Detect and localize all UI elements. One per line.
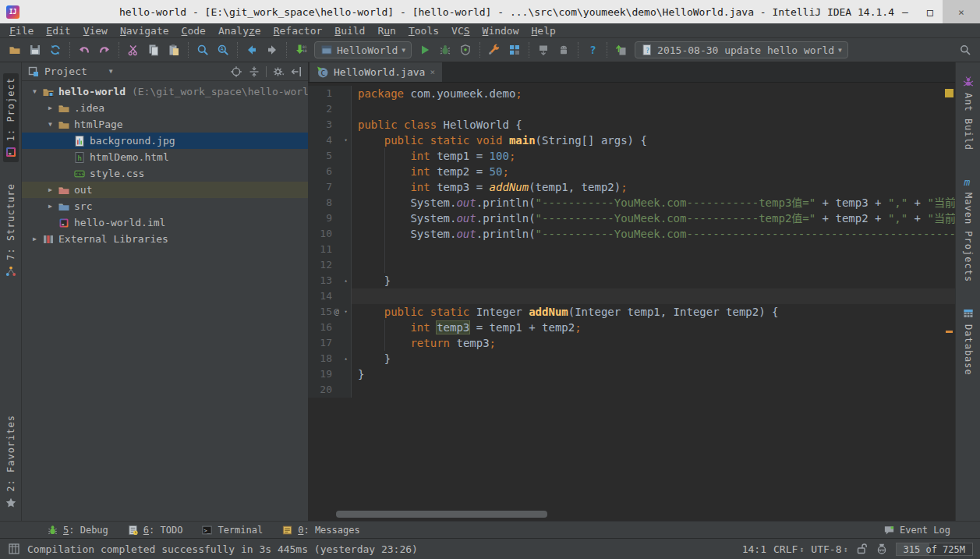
- tree-item-external-libraries[interactable]: ▶External Libraries: [22, 231, 308, 247]
- gutter[interactable]: 14: [308, 288, 352, 304]
- coverage-icon[interactable]: [455, 41, 476, 59]
- gutter[interactable]: 13▴: [308, 273, 352, 288]
- code-text[interactable]: public static Integer addNum(Integer tem…: [352, 304, 955, 320]
- menu-tools[interactable]: Tools: [402, 25, 445, 37]
- code-line-15[interactable]: 15@▾ public static Integer addNum(Intege…: [308, 304, 955, 320]
- menu-file[interactable]: File: [3, 25, 40, 37]
- code-line-17[interactable]: 17 return temp3;: [308, 335, 955, 351]
- menu-run[interactable]: Run: [371, 25, 402, 37]
- code-text[interactable]: [352, 101, 955, 117]
- line-number[interactable]: 6: [308, 164, 332, 179]
- settings-icon[interactable]: [484, 41, 504, 59]
- line-number[interactable]: 7: [308, 179, 332, 195]
- fold-collapsed-icon[interactable]: ▴: [341, 273, 351, 288]
- code-text[interactable]: [352, 382, 955, 398]
- help-icon[interactable]: ?: [582, 41, 603, 59]
- code-line-18[interactable]: 18▴ }: [308, 351, 955, 366]
- code-line-11[interactable]: 11: [308, 242, 955, 257]
- code-text[interactable]: [352, 242, 955, 257]
- scroll-to-source-icon[interactable]: [230, 65, 242, 78]
- gutter[interactable]: 10: [308, 226, 352, 242]
- code-text[interactable]: [352, 257, 955, 273]
- update-project-icon[interactable]: 0110: [291, 41, 311, 59]
- ant-build-generate-icon[interactable]: [533, 41, 554, 59]
- menu-code[interactable]: Code: [175, 25, 212, 37]
- line-number[interactable]: 16: [308, 320, 332, 335]
- tool-window-button-ant-build[interactable]: Ant Build: [961, 72, 976, 154]
- code-text[interactable]: package com.youmeek.demo;: [352, 86, 955, 101]
- fold-expanded-icon[interactable]: ▾: [341, 133, 351, 148]
- code-text[interactable]: public static void main(String[] args) {: [352, 133, 955, 148]
- gutter[interactable]: 9: [308, 211, 352, 226]
- synchronize-icon[interactable]: [45, 41, 65, 59]
- debug-icon[interactable]: [435, 41, 455, 59]
- gutter[interactable]: 2: [308, 101, 352, 117]
- undo-icon[interactable]: [74, 41, 94, 59]
- gutter[interactable]: 20: [308, 382, 352, 398]
- code-text[interactable]: int temp3 = addNum(temp1, temp2);: [352, 179, 955, 195]
- caret-position[interactable]: 14:1: [742, 543, 766, 555]
- cut-icon[interactable]: [123, 41, 143, 59]
- encoding-selector[interactable]: UTF-8↕: [811, 543, 847, 555]
- gutter[interactable]: 6: [308, 164, 352, 179]
- tool-window-button-database[interactable]: Database: [961, 303, 976, 380]
- gutter[interactable]: 7: [308, 179, 352, 195]
- line-number[interactable]: 1: [308, 86, 332, 101]
- tree-item-background-jpg[interactable]: background.jpg: [22, 133, 308, 149]
- tool-window-button-1-project[interactable]: 1: Project: [3, 73, 19, 162]
- chevron-expanded-icon[interactable]: ▼: [28, 88, 41, 95]
- code-line-2[interactable]: 2: [308, 101, 955, 117]
- code-line-10[interactable]: 10 System.out.println("-----------YouMee…: [308, 226, 955, 242]
- line-number[interactable]: 13: [308, 273, 332, 288]
- line-number[interactable]: 5: [308, 148, 332, 164]
- line-ending-selector[interactable]: CRLF↕: [773, 543, 804, 555]
- menu-navigate[interactable]: Navigate: [114, 25, 175, 37]
- forward-icon[interactable]: [262, 41, 282, 59]
- code-line-9[interactable]: 9 System.out.println("-----------YouMeek…: [308, 211, 955, 226]
- menu-analyze[interactable]: Analyze: [212, 25, 267, 37]
- redo-icon[interactable]: [94, 41, 115, 59]
- error-stripe-warning-mark[interactable]: [945, 89, 953, 97]
- tree-item-htmldemo-html[interactable]: hhtmlDemo.html: [22, 149, 308, 165]
- code-text[interactable]: int temp2 = 50;: [352, 164, 955, 179]
- gutter[interactable]: 17: [308, 335, 352, 351]
- line-number[interactable]: 17: [308, 335, 332, 351]
- bottom-button-5-debug[interactable]: 5: Debug: [47, 524, 108, 536]
- close-button[interactable]: ×: [943, 0, 980, 23]
- chevron-down-icon[interactable]: ▼: [109, 68, 113, 75]
- project-structure-icon[interactable]: [504, 41, 525, 59]
- code-line-19[interactable]: 19}: [308, 366, 955, 382]
- gutter[interactable]: 4▾: [308, 133, 352, 148]
- tool-window-button-maven-projects[interactable]: mMaven Projects: [961, 172, 976, 286]
- line-number[interactable]: 20: [308, 382, 332, 398]
- bottom-button-terminal[interactable]: >_Terminal: [201, 524, 263, 536]
- gutter[interactable]: 16: [308, 320, 352, 335]
- gutter[interactable]: 15@▾: [308, 304, 352, 320]
- copy-icon[interactable]: [143, 41, 164, 59]
- code-editor[interactable]: 1package com.youmeek.demo;23public class…: [308, 83, 955, 521]
- line-number[interactable]: 2: [308, 101, 332, 117]
- back-icon[interactable]: [242, 41, 262, 59]
- find-icon[interactable]: [193, 41, 213, 59]
- horizontal-scrollbar[interactable]: [336, 511, 547, 518]
- tree-item-style-css[interactable]: cssstyle.css: [22, 165, 308, 182]
- code-line-5[interactable]: 5 int temp1 = 100;: [308, 148, 955, 164]
- code-line-8[interactable]: 8 System.out.println("-----------YouMeek…: [308, 195, 955, 211]
- line-number[interactable]: 15: [308, 304, 332, 320]
- code-line-16[interactable]: 16 int temp3 = temp1 + temp2;: [308, 320, 955, 335]
- code-text[interactable]: }: [352, 273, 955, 288]
- bottom-button-6-todo[interactable]: 6: TODO: [127, 524, 183, 536]
- code-line-13[interactable]: 13▴ }: [308, 273, 955, 288]
- unlock-icon[interactable]: [855, 543, 869, 556]
- gutter[interactable]: 1: [308, 86, 352, 101]
- code-line-14[interactable]: 14: [308, 288, 955, 304]
- android-icon[interactable]: [554, 41, 574, 59]
- tree-item-hello-world-iml[interactable]: hello-world.iml: [22, 214, 308, 231]
- hide-panel-icon[interactable]: [290, 65, 302, 78]
- fold-collapsed-icon[interactable]: ▴: [341, 351, 351, 366]
- run-configuration-combo[interactable]: HelloWorld ▼: [314, 41, 412, 58]
- chevron-collapsed-icon[interactable]: ▶: [44, 186, 57, 193]
- paste-icon[interactable]: [164, 41, 184, 59]
- code-line-3[interactable]: 3public class HelloWorld {: [308, 117, 955, 133]
- tree-item-htmlpage[interactable]: ▼htmlPage: [22, 116, 308, 133]
